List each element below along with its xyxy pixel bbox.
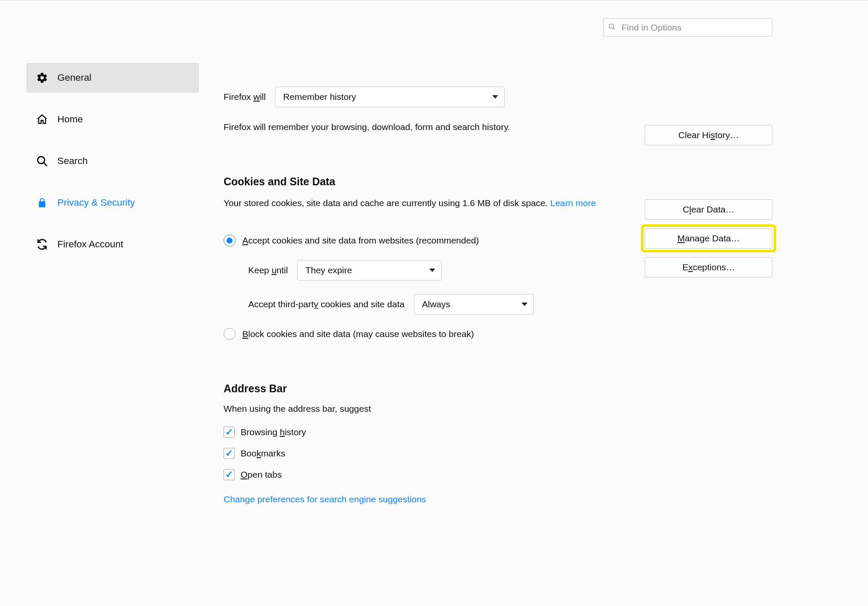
block-cookies-label: Block cookies and site data (may cause w… [242, 329, 474, 339]
sidebar-item-label: Search [57, 156, 88, 167]
search-icon [608, 23, 616, 33]
exceptions-button[interactable]: Exceptions… [645, 257, 772, 278]
cookies-section-title: Cookies and Site Data [224, 176, 772, 188]
sidebar-item-privacy[interactable]: Privacy & Security [26, 188, 199, 218]
chevron-down-icon [492, 95, 498, 99]
home-icon [36, 113, 48, 125]
block-cookies-option[interactable]: Block cookies and site data (may cause w… [224, 328, 772, 340]
chevron-down-icon [429, 269, 435, 272]
magnifier-icon [36, 155, 48, 167]
suggest-opentabs-label: Open tabs [241, 470, 282, 480]
svg-line-1 [613, 28, 615, 30]
accept-cookies-label: Accept cookies and site data from websit… [242, 235, 479, 246]
clear-data-button[interactable]: Clear Data… [645, 199, 772, 220]
sidebar-item-label: General [57, 72, 91, 83]
checkbox-opentabs[interactable] [224, 469, 235, 480]
sidebar-item-search[interactable]: Search [26, 146, 199, 176]
cookies-description: Your stored cookies, site data and cache… [224, 195, 649, 211]
select-value: Remember history [283, 92, 356, 102]
search-container [603, 18, 772, 37]
sidebar-item-home[interactable]: Home [26, 105, 199, 134]
keep-until-label: Keep until [248, 265, 288, 275]
select-value: Always [422, 299, 451, 309]
suggest-history-option[interactable]: Browsing history [224, 427, 772, 438]
svg-point-2 [38, 157, 45, 164]
addressbar-intro: When using the address bar, suggest [224, 402, 772, 415]
sidebar-item-label: Privacy & Security [57, 197, 135, 208]
radio-accept[interactable] [224, 235, 235, 246]
lock-icon [36, 197, 48, 208]
manage-data-highlight: Manage Data… [641, 224, 776, 252]
svg-point-0 [609, 24, 614, 28]
history-description: Firefox will remember your browsing, dow… [224, 121, 640, 133]
sync-icon [36, 238, 48, 250]
keep-until-select[interactable]: They expire [297, 260, 442, 280]
suggest-bookmarks-option[interactable]: Bookmarks [224, 448, 772, 459]
learn-more-link[interactable]: Learn more [550, 198, 596, 208]
sidebar-item-label: Firefox Account [57, 239, 123, 250]
suggest-bookmarks-label: Bookmarks [241, 448, 285, 459]
checkbox-bookmarks[interactable] [224, 448, 235, 459]
checkbox-history[interactable] [224, 427, 235, 438]
firefox-will-label: Firefox will [224, 92, 266, 102]
svg-line-3 [44, 163, 47, 166]
history-mode-select[interactable]: Remember history [275, 87, 505, 107]
suggest-opentabs-option[interactable]: Open tabs [224, 469, 772, 480]
third-party-row: Accept third-party cookies and site data… [224, 294, 772, 314]
search-input[interactable] [603, 18, 772, 37]
chevron-down-icon [522, 303, 528, 306]
suggest-history-label: Browsing history [241, 427, 306, 437]
search-prefs-link[interactable]: Change preferences for search engine sug… [224, 494, 426, 504]
sidebar-item-label: Home [57, 114, 83, 125]
addressbar-section-title: Address Bar [224, 382, 772, 395]
radio-block[interactable] [224, 328, 235, 340]
sidebar: General Home Search Privacy & Security [0, 63, 174, 506]
select-value: They expire [305, 265, 352, 275]
sidebar-item-general[interactable]: General [26, 63, 199, 93]
third-party-label: Accept third-party cookies and site data [248, 299, 405, 309]
third-party-select[interactable]: Always [414, 294, 534, 314]
clear-history-button[interactable]: Clear History… [645, 125, 772, 145]
sidebar-item-account[interactable]: Firefox Account [26, 229, 199, 259]
history-mode-row: Firefox will Remember history [224, 87, 772, 107]
gear-icon [36, 72, 48, 84]
manage-data-button[interactable]: Manage Data… [645, 228, 772, 249]
